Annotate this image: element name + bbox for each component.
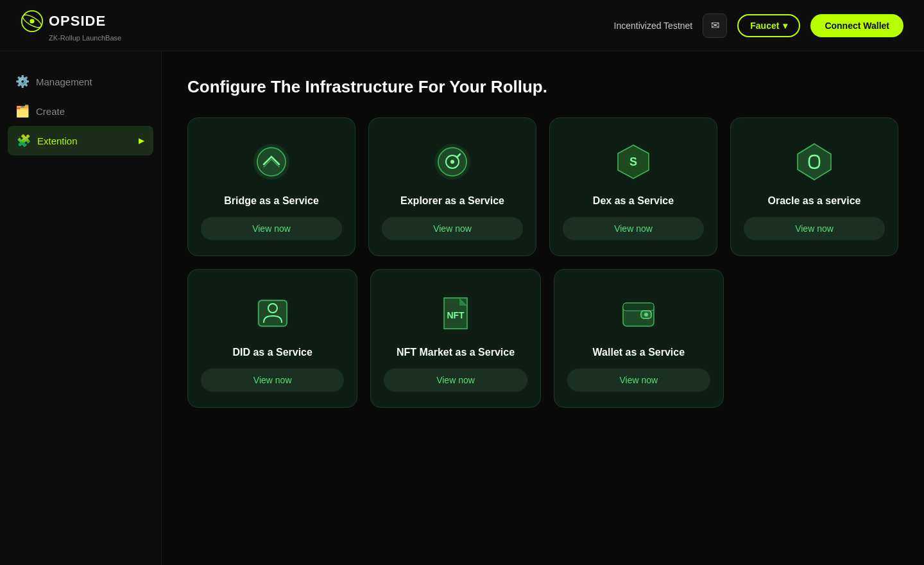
svg-text:NFT: NFT bbox=[447, 310, 465, 320]
faucet-label: Faucet bbox=[750, 21, 779, 31]
page-title: Configure The Infrastructure For Your Ro… bbox=[187, 77, 898, 97]
header-right: Incentivized Testnet ✉ Faucet ▾ Connect … bbox=[614, 13, 903, 38]
card-nft[interactable]: NFT NFT Market as a Service View now bbox=[370, 269, 540, 408]
explorer-icon bbox=[429, 139, 475, 185]
sidebar-label-extension: Extention bbox=[37, 135, 132, 146]
bridge-card-title: Bridge as a Service bbox=[224, 195, 319, 207]
card-did[interactable]: DID as a Service View now bbox=[187, 269, 357, 408]
nft-view-now-button[interactable]: View now bbox=[384, 369, 527, 392]
wallet-icon bbox=[615, 290, 662, 336]
sidebar-item-management[interactable]: ⚙️ Management bbox=[0, 67, 161, 96]
bridge-view-now-button[interactable]: View now bbox=[201, 217, 342, 240]
testnet-label: Incentivized Testnet bbox=[614, 21, 693, 31]
did-card-title: DID as a Service bbox=[232, 347, 312, 358]
header: OPSIDE ZK-Rollup LaunchBase Incentivized… bbox=[0, 0, 924, 51]
oracle-card-title: Oracle as a service bbox=[767, 195, 860, 207]
did-icon bbox=[250, 290, 296, 336]
explorer-view-now-button[interactable]: View now bbox=[382, 217, 523, 240]
bridge-icon bbox=[248, 139, 295, 185]
card-explorer[interactable]: Explorer as a Service View now bbox=[368, 117, 536, 256]
email-icon: ✉ bbox=[711, 19, 719, 31]
service-cards-row2: DID as a Service View now bbox=[187, 269, 724, 408]
sidebar-item-create[interactable]: 🗂️ Create bbox=[0, 96, 161, 126]
create-icon: 🗂️ bbox=[15, 104, 30, 118]
svg-point-4 bbox=[257, 148, 286, 176]
svg-point-8 bbox=[450, 160, 454, 164]
sidebar-label-create: Create bbox=[36, 106, 146, 117]
svg-marker-12 bbox=[798, 144, 831, 180]
sidebar-arrow-icon: ▶ bbox=[139, 136, 144, 145]
svg-text:S: S bbox=[629, 155, 637, 168]
extension-icon: 🧩 bbox=[17, 134, 31, 148]
nft-icon: NFT bbox=[432, 290, 479, 336]
card-dex[interactable]: S Dex as a Service View now bbox=[549, 117, 717, 256]
main-content: Configure The Infrastructure For Your Ro… bbox=[162, 51, 924, 565]
card-oracle[interactable]: Oracle as a service View now bbox=[730, 117, 898, 256]
nft-card-title: NFT Market as a Service bbox=[397, 347, 515, 358]
chevron-down-icon: ▾ bbox=[783, 21, 787, 31]
dex-view-now-button[interactable]: View now bbox=[563, 217, 704, 240]
service-cards-row1: Bridge as a Service View now bbox=[187, 117, 898, 256]
sidebar-label-management: Management bbox=[36, 76, 146, 87]
dex-icon: S bbox=[610, 139, 656, 185]
svg-point-2 bbox=[30, 19, 34, 23]
layout: ⚙️ Management 🗂️ Create 🧩 Extention ▶ Co… bbox=[0, 51, 924, 565]
management-icon: ⚙️ bbox=[15, 74, 30, 89]
wallet-view-now-button[interactable]: View now bbox=[567, 369, 710, 392]
email-button[interactable]: ✉ bbox=[703, 13, 727, 38]
card-bridge[interactable]: Bridge as a Service View now bbox=[187, 117, 355, 256]
connect-wallet-button[interactable]: Connect Wallet bbox=[810, 14, 903, 37]
explorer-card-title: Explorer as a Service bbox=[400, 195, 504, 207]
card-wallet[interactable]: Wallet as a Service View now bbox=[554, 269, 724, 408]
did-view-now-button[interactable]: View now bbox=[201, 369, 344, 392]
sidebar: ⚙️ Management 🗂️ Create 🧩 Extention ▶ bbox=[0, 51, 162, 565]
svg-rect-20 bbox=[623, 303, 654, 311]
logo-text: OPSIDE bbox=[49, 13, 106, 30]
sidebar-item-extension[interactable]: 🧩 Extention ▶ bbox=[8, 126, 153, 155]
oracle-icon bbox=[791, 139, 837, 185]
faucet-button[interactable]: Faucet ▾ bbox=[737, 14, 800, 37]
svg-point-22 bbox=[644, 313, 648, 317]
logo-icon bbox=[21, 10, 44, 33]
logo-sub: ZK-Rollup LaunchBase bbox=[49, 34, 121, 42]
dex-card-title: Dex as a Service bbox=[593, 195, 674, 207]
logo-area: OPSIDE ZK-Rollup LaunchBase bbox=[21, 10, 121, 42]
oracle-view-now-button[interactable]: View now bbox=[744, 217, 885, 240]
wallet-card-title: Wallet as a Service bbox=[593, 347, 685, 358]
